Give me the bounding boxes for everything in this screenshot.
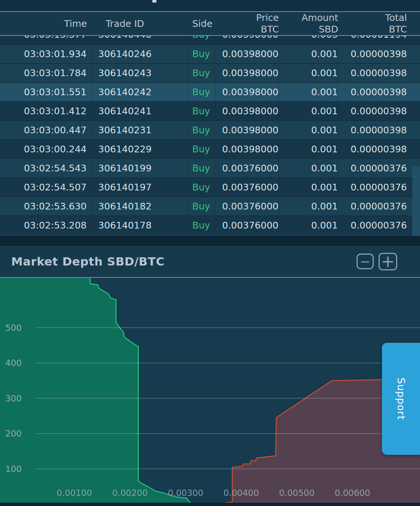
trade-price: 0.00398000 [215, 45, 279, 63]
trade-id: 306140242 [92, 83, 189, 101]
trade-total: 0.00000376 [338, 159, 407, 177]
trade-total: 0.00001194 [338, 36, 407, 44]
trade-price: 0.00398000 [215, 140, 279, 158]
trade-row: 03:03:01.412306140241Buy0.003980000.0010… [0, 101, 420, 120]
market-depth-panel: Market Depth SBD/BTC − + 100200300400500… [0, 246, 420, 506]
trade-total: 0.00000376 [338, 178, 407, 196]
trade-id: 306140243 [92, 64, 189, 82]
trade-id: 306140182 [92, 197, 189, 215]
trade-total: 0.00000398 [338, 102, 407, 120]
trade-amount: 0.003 [279, 36, 338, 44]
trade-time: 03:03:01.934 [0, 45, 92, 63]
x-axis-tick: 0.00100 [56, 488, 92, 498]
trade-side: Buy [189, 36, 215, 44]
trade-id: 306140231 [92, 121, 189, 139]
column-header-trade-id: Trade ID [92, 18, 189, 29]
x-axis-tick: 0.00600 [335, 488, 370, 498]
trade-price: 0.00398000 [215, 83, 279, 101]
trade-amount: 0.001 [279, 159, 338, 177]
trade-price: 0.00376000 [215, 216, 279, 235]
minus-icon: − [360, 255, 371, 268]
trade-price: 0.00376000 [215, 197, 279, 215]
trade-row-partial: 03:03:13.377306140448Buy0.003980000.0030… [0, 36, 420, 44]
y-axis-tick: 300 [5, 394, 22, 403]
trade-id: 306140229 [92, 140, 189, 158]
trade-total: 0.00000398 [338, 83, 407, 101]
market-depth-title: Market Depth SBD/BTC [11, 255, 357, 268]
clipped-title-fragment [152, 0, 156, 3]
trade-side: Buy [189, 159, 215, 177]
trade-total: 0.00000398 [338, 121, 407, 139]
x-axis-tick: 0.00300 [168, 488, 203, 498]
y-axis-tick: 100 [5, 464, 22, 474]
trade-time: 03:02:53.208 [0, 216, 92, 235]
trade-table-body[interactable]: 03:03:13.377306140448Buy0.003980000.0030… [0, 36, 420, 235]
trade-total: 0.00000376 [338, 216, 407, 235]
trade-side: Buy [189, 121, 215, 139]
trade-row: 03:03:01.551306140242Buy0.003980000.0010… [0, 82, 420, 101]
trade-amount: 0.001 [279, 45, 338, 63]
trade-side: Buy [189, 45, 215, 63]
zoom-out-button[interactable]: − [357, 254, 374, 269]
trade-history-panel: Time Trade ID Side Price BTC Amount SBD … [0, 0, 420, 236]
x-axis-tick: 0.00200 [112, 488, 147, 498]
trade-price: 0.00398000 [215, 36, 279, 44]
trade-amount: 0.001 [279, 102, 338, 120]
trade-total: 0.00000398 [338, 45, 407, 63]
x-axis-tick: 0.00400 [223, 488, 259, 498]
trade-side-value: Buy [192, 36, 210, 40]
trade-table-header: Time Trade ID Side Price BTC Amount SBD … [0, 11, 420, 36]
section-gap [0, 236, 420, 246]
market-depth-header: Market Depth SBD/BTC − + [0, 246, 420, 278]
trade-id: 306140197 [92, 178, 189, 196]
column-header-amount: Amount SBD [279, 12, 338, 35]
trade-amount: 0.001 [279, 64, 338, 82]
y-axis-tick: 500 [5, 323, 22, 333]
trade-history-panel-top [0, 0, 420, 11]
market-depth-chart-area: 1002003004005000.001000.002000.003000.00… [0, 278, 420, 503]
zoom-in-button[interactable]: + [379, 253, 397, 270]
trade-amount: 0.001 [279, 216, 338, 235]
scrollbar-thumb[interactable] [412, 167, 420, 236]
trade-side-value: Buy [192, 163, 210, 174]
trade-time: 03:03:13.377 [0, 36, 92, 44]
trade-total: 0.00000398 [338, 140, 407, 158]
support-tab-button[interactable]: Support [382, 343, 420, 455]
trade-time: 03:03:01.412 [0, 102, 92, 120]
trade-row: 03:03:00.447306140231Buy0.003980000.0010… [0, 120, 420, 139]
trade-amount: 0.001 [279, 197, 338, 215]
trade-side-value: Buy [192, 144, 210, 155]
trade-side-value: Buy [192, 87, 210, 97]
trade-side: Buy [189, 64, 215, 82]
trade-row: 03:02:54.543306140199Buy0.003760000.0010… [0, 158, 420, 177]
trade-side-value: Buy [192, 201, 210, 212]
trade-side-value: Buy [192, 49, 210, 59]
trade-time: 03:03:01.784 [0, 64, 92, 82]
y-axis-tick: 200 [5, 429, 22, 438]
column-header-total: Total BTC [338, 12, 407, 35]
trade-side-value: Buy [192, 125, 210, 136]
trade-side-value: Buy [192, 182, 210, 193]
trade-amount: 0.001 [279, 140, 338, 158]
trade-side-value: Buy [192, 106, 210, 117]
trade-id: 306140448 [92, 36, 189, 44]
plus-icon: + [381, 253, 395, 270]
page-bottom-edge [0, 503, 420, 506]
trade-id: 306140241 [92, 102, 189, 120]
column-header-side: Side [189, 18, 215, 29]
trade-amount: 0.001 [279, 178, 338, 196]
trade-price: 0.00376000 [215, 178, 279, 196]
trade-amount: 0.001 [279, 121, 338, 139]
support-tab-label: Support [395, 378, 407, 420]
trade-id: 306140246 [92, 45, 189, 63]
trade-price: 0.00398000 [215, 64, 279, 82]
column-header-time: Time [0, 18, 92, 29]
trade-row: 03:02:53.630306140182Buy0.003760000.0010… [0, 196, 420, 215]
y-axis-tick: 400 [5, 358, 22, 368]
trade-row: 03:02:54.507306140197Buy0.003760000.0010… [0, 177, 420, 196]
trade-side: Buy [189, 140, 215, 158]
column-header-price: Price BTC [215, 12, 279, 35]
trade-total: 0.00000398 [338, 64, 407, 82]
trade-side: Buy [189, 197, 215, 215]
trade-time: 03:03:00.244 [0, 140, 92, 158]
